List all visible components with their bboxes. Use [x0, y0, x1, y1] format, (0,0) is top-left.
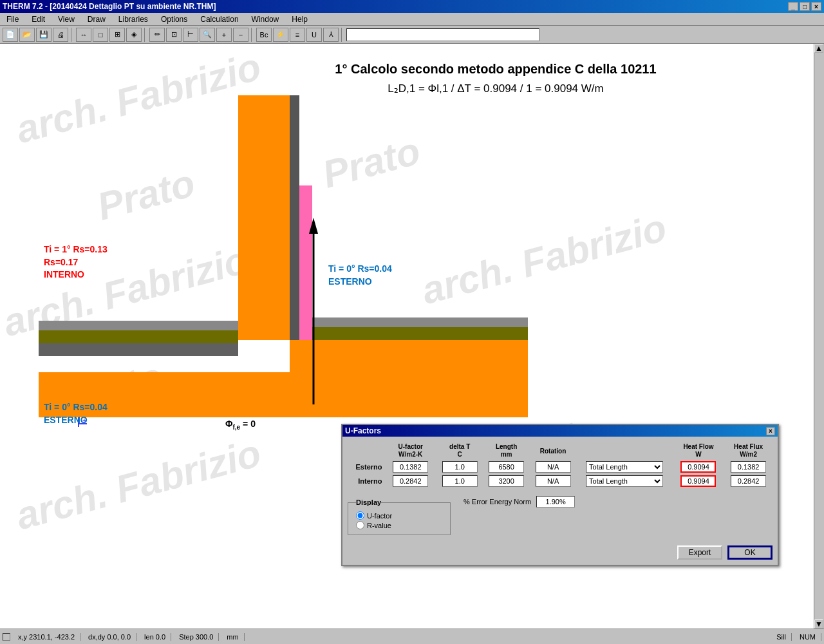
wall-orange-main [238, 95, 290, 340]
label-interno-rs: Rs=0.17 [44, 256, 108, 269]
row-esterno-label: Esterno [348, 460, 384, 474]
label-esterno2: Ti = 0° Rs=0.04 ESTERNO [44, 401, 108, 426]
row-interno-type: Total Length [576, 474, 672, 488]
separator4 [341, 28, 344, 42]
menu-libraries[interactable]: Libraries [115, 14, 152, 25]
tool-9[interactable]: + [216, 28, 232, 42]
tool-2[interactable]: □ [93, 28, 108, 42]
menu-calculation[interactable]: Calculation [196, 14, 242, 25]
interno-length-input[interactable] [489, 475, 524, 487]
minimize-button[interactable]: _ [788, 2, 798, 11]
radio-rvalue[interactable] [356, 521, 364, 529]
row-esterno-deltat [436, 460, 483, 474]
tool-6[interactable]: ⊡ [166, 28, 182, 42]
col-header-ufactor: U-factorW/m2-K [384, 442, 436, 460]
tool-8[interactable]: 🔍 [200, 28, 215, 42]
cross-section-drawing: + [39, 95, 528, 443]
radio-rvalue-row: R-value [356, 521, 442, 529]
close-button[interactable]: × [811, 2, 821, 11]
row-esterno-heatflux [724, 460, 772, 474]
radio-ufactor[interactable] [356, 511, 364, 520]
scroll-up-button[interactable]: ▲ [814, 44, 823, 53]
status-nav-button[interactable] [3, 633, 10, 641]
col-header-heatflow: Heat FlowW [673, 442, 724, 460]
row-interno-label: Interno [348, 474, 384, 488]
esterno-length-input[interactable] [489, 461, 524, 473]
esterno-heatflow-input[interactable] [680, 461, 716, 473]
tool-1[interactable]: ↔ [76, 28, 91, 42]
scroll-down-button[interactable]: ▼ [814, 620, 823, 629]
label-esterno1-name: ESTERNO [328, 276, 392, 289]
bc-tool3[interactable]: ≡ [290, 28, 305, 42]
bc-tool[interactable]: Bc [256, 28, 272, 42]
error-input[interactable] [536, 496, 575, 507]
print-button[interactable]: 🖨 [53, 28, 68, 42]
menu-window[interactable]: Window [248, 14, 283, 25]
tool-10[interactable]: − [233, 28, 248, 42]
interno-deltat-input[interactable] [442, 475, 478, 487]
col-header-heatflux: Heat FluxW/m2 [724, 442, 772, 460]
row-esterno-length [483, 460, 529, 474]
vertical-scrollbar[interactable]: ▲ ▼ [814, 44, 824, 629]
esterno-ufactor-input[interactable] [393, 461, 428, 473]
main-content: arch. Fabrizio Prato arch. Fabrizio Prat… [0, 44, 824, 629]
table-row-interno: Interno Total Length [348, 474, 772, 488]
status-dxdy: dx,dy 0.0, 0.0 [83, 633, 136, 641]
export-button[interactable]: Export [677, 545, 722, 560]
dialog-content: U-factorW/m2-K delta TC Lengthmm Rotatio… [342, 437, 778, 565]
toolbar: 📄 📂 💾 🖨 ↔ □ ⊞ ◈ ✏ ⊡ ⊢ 🔍 + − Bc ⚡ ≡ U ⅄ [0, 26, 824, 44]
display-legend: Display [356, 498, 381, 506]
floor-orange-base [39, 372, 528, 417]
label-interno-name: INTERNO [44, 269, 108, 281]
label-esterno2-name: ESTERNO [44, 414, 108, 427]
wall-strip-dark [290, 95, 299, 340]
esterno-heatflux-input[interactable] [731, 461, 766, 473]
menu-options[interactable]: Options [157, 14, 191, 25]
calc-title: 1° Calcolo secondo metodo appendice C de… [180, 62, 811, 77]
restore-button[interactable]: □ [800, 2, 810, 11]
esterno-deltat-input[interactable] [442, 461, 478, 473]
status-len: len 0.0 [139, 633, 171, 641]
dialog-close-button[interactable]: × [766, 427, 775, 435]
bc-tool4[interactable]: U [306, 28, 322, 42]
tool-4[interactable]: ◈ [126, 28, 142, 42]
menu-file[interactable]: File [3, 14, 23, 25]
menu-draw[interactable]: Draw [84, 14, 109, 25]
open-button[interactable]: 📂 [19, 28, 35, 42]
row-interno-heatflow [673, 474, 724, 488]
separator1 [71, 28, 73, 42]
interno-heatflow-input[interactable] [680, 475, 716, 487]
menu-help[interactable]: Help [288, 14, 312, 25]
dialog-titlebar: U-Factors × [342, 425, 778, 437]
interno-heatflux-input[interactable] [731, 475, 766, 487]
toolbar-search-input[interactable] [346, 28, 539, 41]
new-button[interactable]: 📄 [3, 28, 18, 42]
ok-button[interactable]: OK [727, 545, 772, 560]
interno-type-select[interactable]: Total Length [586, 475, 663, 487]
bc-tool2[interactable]: ⚡ [273, 28, 288, 42]
dialog-title: U-Factors [345, 426, 381, 435]
label-esterno1: Ti = 0° Rs=0.04 ESTERNO [328, 263, 392, 288]
col-header-rotation: Rotation [530, 442, 576, 460]
row-interno-heatflux [724, 474, 772, 488]
menu-view[interactable]: View [54, 14, 79, 25]
floor-orange-right [290, 340, 528, 372]
floor-layer-gray2 [39, 321, 238, 330]
row-esterno-ufactor [384, 460, 436, 474]
save-button[interactable]: 💾 [36, 28, 52, 42]
bc-tool5[interactable]: ⅄ [323, 28, 339, 42]
canvas-area[interactable]: arch. Fabrizio Prato arch. Fabrizio Prat… [0, 44, 824, 629]
tool-7[interactable]: ⊢ [183, 28, 198, 42]
separator3 [251, 28, 254, 42]
title-text: THERM 7.2 - [20140424 Dettaglio PT su am… [3, 2, 216, 11]
tool-5[interactable]: ✏ [149, 28, 165, 42]
tool-3[interactable]: ⊞ [109, 28, 125, 42]
esterno-type-select[interactable]: Total Length [586, 461, 663, 473]
floor-right-gray2 [312, 317, 528, 327]
row-interno-rotation [530, 474, 576, 488]
row-interno-length [483, 474, 529, 488]
esterno-rotation-input[interactable] [536, 461, 571, 473]
interno-rotation-input[interactable] [536, 475, 571, 487]
menu-edit[interactable]: Edit [28, 14, 49, 25]
interno-ufactor-input[interactable] [393, 475, 428, 487]
